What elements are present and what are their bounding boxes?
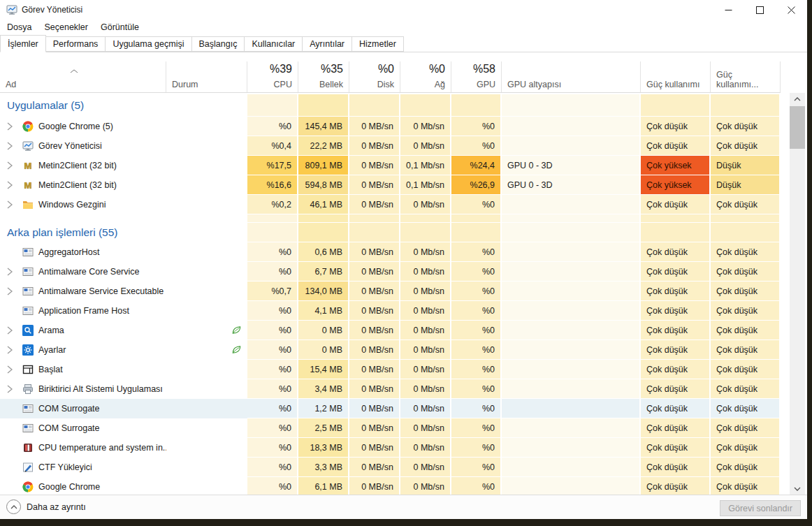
expand-chevron-icon[interactable] <box>7 142 22 150</box>
tab-kullanıcılar[interactable]: Kullanıcılar <box>244 36 303 52</box>
menu-goruntule[interactable]: Görüntüle <box>94 21 145 34</box>
process-name: Görev Yöneticisi <box>38 141 102 151</box>
column-header-power2[interactable]: Güç kullanımı... <box>711 61 781 92</box>
end-task-button[interactable]: Görevi sonlandır <box>720 500 801 516</box>
cell-disk: 0 MB/sn <box>349 242 400 262</box>
column-label: Durum <box>172 80 241 89</box>
process-row[interactable]: Google Chrome%06,1 MB0 MB/sn0 Mb/sn%0Çok… <box>0 477 781 495</box>
expand-chevron-icon[interactable] <box>7 365 22 374</box>
window-icon <box>22 286 34 297</box>
process-row[interactable]: Görev Yöneticisi%0,422,2 MB0 MB/sn0 Mb/s… <box>0 136 781 156</box>
expand-chevron-icon[interactable] <box>7 268 22 276</box>
expand-chevron-icon[interactable] <box>7 161 22 170</box>
cell-disk: 0 MB/sn <box>349 360 400 379</box>
menu-dosya[interactable]: Dosya <box>1 21 38 34</box>
cell-cpu: %0 <box>247 399 298 418</box>
cell-mem: 2,5 MB <box>298 418 349 438</box>
process-name-cell: CPU temperature and system in... <box>0 438 166 458</box>
cell-engine <box>502 477 641 495</box>
process-name: Application Frame Host <box>38 306 129 316</box>
tab-uygulama-geçmişi[interactable]: Uygulama geçmişi <box>105 36 191 52</box>
sort-ascending-icon <box>70 64 78 76</box>
close-button[interactable] <box>776 0 807 20</box>
column-label: Bellek <box>319 80 343 89</box>
expand-chevron-icon[interactable] <box>7 200 22 209</box>
process-row[interactable]: Antimalware Service Executable%0,7134,0 … <box>0 282 781 301</box>
expand-chevron-icon[interactable] <box>7 181 22 189</box>
column-header-power[interactable]: Güç kullanımı <box>641 61 711 92</box>
status-cell <box>166 195 247 214</box>
column-header-disk[interactable]: %0Disk <box>349 61 400 92</box>
process-row[interactable]: COM Surrogate%01,2 MB0 MB/sn0 Mb/sn%0Çok… <box>0 399 781 418</box>
cell-net: 0 Mb/sn <box>400 379 451 399</box>
process-row[interactable]: Antimalware Core Service%06,7 MB0 MB/sn0… <box>0 262 781 282</box>
process-row[interactable]: Windows Gezgini%0,246,1 MB0 MB/sn0 Mb/sn… <box>0 195 781 214</box>
cell-gpu: %24,4 <box>451 156 502 175</box>
scroll-down-icon[interactable] <box>790 483 805 495</box>
scrollbar-thumb[interactable] <box>790 106 805 149</box>
column-header-cpu[interactable]: %39CPU <box>247 61 298 92</box>
window-icon <box>22 403 34 414</box>
scroll-up-icon[interactable] <box>790 93 805 105</box>
minimize-button[interactable] <box>713 0 744 20</box>
tab-i-şlemler[interactable]: İşlemler <box>0 35 46 52</box>
column-header-ad[interactable]: Ad <box>0 61 166 92</box>
expand-chevron-icon[interactable] <box>7 287 22 295</box>
cell-power: Çok yüksek <box>641 175 711 195</box>
cell-power2: Çok düşük <box>711 438 781 458</box>
process-row[interactable]: Biriktirici Alt Sistemi Uygulaması%03,4 … <box>0 379 781 399</box>
column-header-gpu[interactable]: %58GPU <box>451 61 502 92</box>
expand-chevron-icon[interactable] <box>7 326 22 335</box>
expand-chevron-icon[interactable] <box>7 346 22 354</box>
section-header-row: Arka plan işlemleri (55) <box>0 223 781 242</box>
expand-chevron-icon[interactable] <box>7 122 22 131</box>
column-header-mem[interactable]: %35Bellek <box>298 61 349 92</box>
tab-hizmetler[interactable]: Hizmetler <box>351 36 404 52</box>
taskmgr-icon <box>22 140 34 152</box>
cell-engine: GPU 0 - 3D <box>502 156 641 175</box>
cell-mem <box>298 94 349 117</box>
process-row[interactable]: Application Frame Host%04,1 MB0 MB/sn0 M… <box>0 301 781 321</box>
vertical-scrollbar[interactable] <box>790 93 805 495</box>
cell-power: Çok düşük <box>641 458 711 477</box>
process-row[interactable]: COM Surrogate%02,5 MB0 MB/sn0 Mb/sn%0Çok… <box>0 418 781 438</box>
cell-net: 0 Mb/sn <box>400 242 451 262</box>
process-row[interactable]: MMetin2Client (32 bit)%16,6594,8 MB0 MB/… <box>0 175 781 195</box>
tab-performans[interactable]: Performans <box>45 36 106 52</box>
cell-disk: 0 MB/sn <box>349 117 400 136</box>
cell-power: Çok düşük <box>641 340 711 360</box>
cell-net: 0 Mb/sn <box>400 458 451 477</box>
process-row[interactable]: AggregatorHost%00,6 MB0 MB/sn0 Mb/sn%0Ço… <box>0 242 781 262</box>
tab-ayrıntılar[interactable]: Ayrıntılar <box>302 36 352 52</box>
window-icon <box>22 423 34 434</box>
cell-power2: Çok düşük <box>711 360 781 379</box>
column-header-durum[interactable]: Durum <box>166 61 247 92</box>
process-row[interactable]: Google Chrome (5)%0145,4 MB0 MB/sn0 Mb/s… <box>0 117 781 136</box>
cell-gpu: %0 <box>451 477 502 495</box>
column-header-engine[interactable]: GPU altyapısı <box>502 61 641 92</box>
status-cell <box>166 156 247 175</box>
maximize-button[interactable] <box>744 0 776 20</box>
cell-disk: 0 MB/sn <box>349 175 400 195</box>
cell-disk: 0 MB/sn <box>349 321 400 340</box>
process-row[interactable]: MMetin2Client (32 bit)%17,5809,1 MB0 MB/… <box>0 156 781 175</box>
process-name: AggregatorHost <box>38 247 100 257</box>
cell-mem: 46,1 MB <box>298 195 349 214</box>
less-details-toggle[interactable]: Daha az ayrıntı <box>6 499 86 514</box>
process-row[interactable]: CTF Yükleyici%03,3 MB0 MB/sn0 Mb/sn%0Çok… <box>0 458 781 477</box>
process-row[interactable]: CPU temperature and system in...%018,3 M… <box>0 438 781 458</box>
tab-başlangıç[interactable]: Başlangıç <box>191 36 245 52</box>
menu-secenekler[interactable]: Seçenekler <box>38 21 94 34</box>
cell-engine <box>502 321 641 340</box>
cell-power: Çok düşük <box>641 195 711 214</box>
expand-chevron-icon[interactable] <box>7 385 22 393</box>
process-row[interactable]: Ayarlar%00 MB0 MB/sn0 Mb/sn%0Çok düşükÇo… <box>0 340 781 360</box>
process-row[interactable]: Arama%00 MB0 MB/sn0 Mb/sn%0Çok düşükÇok … <box>0 321 781 340</box>
cell-engine: GPU 0 - 3D <box>502 175 641 195</box>
cell-disk: 0 MB/sn <box>349 418 400 438</box>
cell-net <box>400 94 451 117</box>
column-header-net[interactable]: %0Ağ <box>400 61 451 92</box>
process-row[interactable]: Başlat%015,4 MB0 MB/sn0 Mb/sn%0Çok düşük… <box>0 360 781 379</box>
cell-mem: 3,3 MB <box>298 458 349 477</box>
process-name-cell: Google Chrome <box>0 477 166 495</box>
